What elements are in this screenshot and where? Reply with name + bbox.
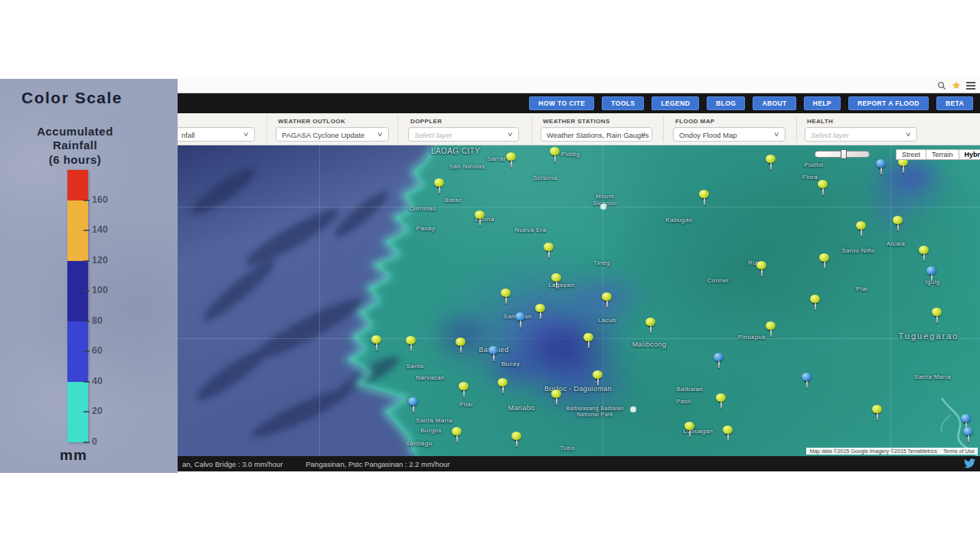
rain-gauge-marker[interactable]: [506, 152, 516, 168]
scale-tick-label: 20: [92, 406, 103, 416]
water-level-marker[interactable]: [515, 312, 525, 328]
rain-gauge-marker[interactable]: [716, 393, 726, 409]
rain-gauge-marker[interactable]: [723, 425, 733, 441]
rain-gauge-marker[interactable]: [583, 333, 593, 348]
place-label: Piat: [856, 285, 867, 292]
rain-gauge-marker[interactable]: [371, 335, 381, 350]
map-zoom-slider[interactable]: [815, 151, 870, 158]
rain-gauge-marker[interactable]: [819, 253, 829, 269]
nav-button-legend[interactable]: LEGEND: [652, 96, 699, 110]
graticule-line: [890, 145, 891, 456]
graticule-line: [178, 338, 980, 339]
menu-icon[interactable]: [966, 82, 975, 90]
filter-select[interactable]: Select layer∨: [805, 127, 917, 142]
scale-tick-label: 120: [92, 255, 108, 266]
filter-separator: [663, 116, 664, 142]
rain-gauge-marker[interactable]: [544, 243, 554, 258]
map-type-terrain[interactable]: Terrain: [926, 149, 959, 160]
filter-group-flood-map: FLOOD MAPOndoy Flood Map∨: [673, 116, 786, 142]
nav-button-report-a-flood[interactable]: REPORT A FLOOD: [848, 96, 929, 110]
scale-segment-160-180mm: [67, 170, 88, 201]
filter-select[interactable]: Ondoy Flood Map∨: [673, 127, 786, 142]
chevron-down-icon: ∨: [377, 131, 384, 138]
color-scale-overlay: Color Scale AccumulatedRainfall(6 hours)…: [0, 79, 178, 473]
rain-gauge-marker[interactable]: [593, 370, 603, 386]
place-label: Piddig: [561, 151, 580, 158]
water-level-marker[interactable]: [488, 346, 498, 361]
terms-of-use-link[interactable]: Terms of Use: [940, 448, 978, 455]
place-label: Flora: [802, 174, 818, 181]
scale-tick-label: 160: [92, 194, 108, 205]
map-type-hybrid[interactable]: Hybrid: [959, 149, 980, 160]
graticule-line: [319, 145, 320, 456]
graticule-line: [178, 207, 980, 207]
map-type-street[interactable]: Street: [896, 149, 926, 160]
rain-gauge-marker[interactable]: [434, 178, 444, 194]
rain-gauge-marker[interactable]: [872, 405, 882, 420]
station-rainfall-reading: Pangasinan, Pstc Pangasinan : 2.2 mm/hou…: [305, 460, 449, 468]
water-level-marker[interactable]: [876, 159, 886, 174]
rain-gauge-marker[interactable]: [898, 158, 908, 173]
scale-tick-mark: [83, 290, 90, 292]
nav-button-about[interactable]: ABOUT: [753, 96, 795, 110]
rain-gauge-marker[interactable]: [756, 261, 766, 276]
star-icon[interactable]: ★: [952, 80, 961, 90]
place-label: Conner: [707, 277, 730, 284]
scale-tick-label: 0: [92, 436, 97, 447]
zoom-slider-handle[interactable]: [841, 149, 847, 159]
rain-gauge-marker[interactable]: [501, 289, 511, 304]
filter-select[interactable]: PAGASA Cyclone Update∨: [276, 127, 389, 142]
water-level-marker[interactable]: [408, 397, 418, 412]
rain-gauge-marker[interactable]: [511, 432, 521, 447]
rain-gauge-marker[interactable]: [498, 378, 508, 393]
rain-gauge-marker[interactable]: [551, 273, 561, 289]
filter-select[interactable]: Select layer∨: [408, 127, 519, 142]
rain-gauge-marker[interactable]: [452, 427, 462, 442]
water-level-marker[interactable]: [963, 427, 973, 442]
place-label: Balbalasang Balbalan: [566, 406, 624, 411]
rain-gauge-marker[interactable]: [406, 336, 416, 351]
nav-button-beta[interactable]: BETA: [936, 96, 973, 110]
rain-gauge-marker[interactable]: [856, 221, 866, 236]
rain-gauge-marker[interactable]: [893, 216, 903, 231]
rainfall-contour: [499, 334, 665, 435]
water-level-marker[interactable]: [714, 353, 724, 368]
poi-icon[interactable]: [600, 204, 607, 210]
water-level-marker[interactable]: [802, 373, 812, 388]
filter-label: DOPPLER: [410, 118, 519, 125]
rain-gauge-marker[interactable]: [919, 246, 929, 261]
filter-label: WEATHER OUTLOOK: [278, 118, 389, 125]
rain-gauge-marker[interactable]: [645, 318, 655, 333]
rain-gauge-marker[interactable]: [602, 292, 612, 308]
rain-gauge-marker[interactable]: [550, 147, 560, 162]
place-label: Tubo: [560, 445, 575, 452]
filter-select-value: nfall: [181, 131, 194, 139]
rain-gauge-marker[interactable]: [810, 295, 820, 310]
rain-gauge-marker[interactable]: [818, 180, 828, 195]
chevron-down-icon: ∨: [507, 131, 514, 138]
scale-tick-mark: [83, 200, 90, 201]
nav-button-help[interactable]: HELP: [804, 96, 841, 110]
nav-button-how-to-cite[interactable]: HOW TO CITE: [529, 96, 594, 110]
filter-select[interactable]: Weather Stations, Rain Gauges∨: [541, 127, 652, 142]
poi-icon[interactable]: [630, 406, 637, 413]
rain-gauge-marker[interactable]: [932, 308, 942, 323]
twitter-icon[interactable]: [964, 458, 975, 468]
scale-tick-mark: [83, 350, 90, 352]
rain-gauge-marker[interactable]: [551, 390, 561, 405]
rain-gauge-marker[interactable]: [456, 337, 466, 353]
scale-tick-label: 40: [92, 376, 103, 386]
rain-gauge-marker[interactable]: [766, 155, 776, 170]
place-label: San Nicolas: [449, 163, 485, 170]
map-canvas[interactable]: LAOAG CITYSarratSan NicolasPiddigSolsona…: [178, 145, 980, 456]
nav-button-blog[interactable]: BLOG: [707, 96, 745, 110]
rain-gauge-marker[interactable]: [535, 304, 545, 319]
nav-button-tools[interactable]: TOOLS: [602, 96, 644, 110]
rain-gauge-marker[interactable]: [475, 210, 485, 226]
rain-gauge-marker[interactable]: [459, 382, 469, 397]
magnifier-icon[interactable]: [937, 81, 946, 90]
rain-gauge-marker[interactable]: [699, 190, 709, 205]
rain-gauge-marker[interactable]: [766, 321, 776, 337]
water-level-marker[interactable]: [926, 266, 936, 282]
rain-gauge-marker[interactable]: [684, 422, 694, 437]
